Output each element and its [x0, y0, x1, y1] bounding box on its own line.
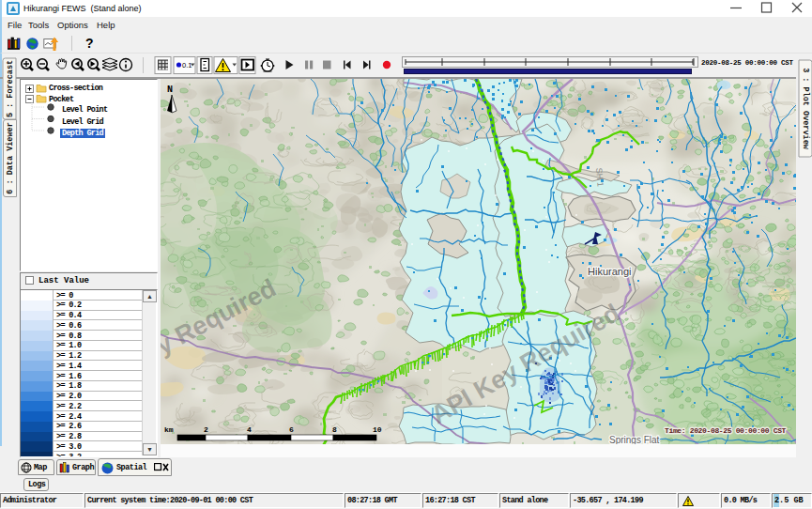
- svg-text:Time: 2020-08-25 00:00:00 CST: Time: 2020-08-25 00:00:00 CST: [665, 426, 787, 435]
- svg-text:N: N: [167, 85, 173, 95]
- svg-text:SH 1: SH 1: [594, 167, 605, 187]
- svg-text:Hikurangi: Hikurangi: [588, 266, 631, 277]
- svg-text:2: 2: [204, 425, 208, 434]
- svg-text:8: 8: [332, 425, 337, 434]
- svg-text:6: 6: [289, 425, 294, 434]
- svg-text:10: 10: [373, 425, 382, 434]
- svg-text:0.1: 0.1: [182, 61, 192, 69]
- svg-text:km: km: [164, 425, 174, 434]
- svg-text:4: 4: [247, 425, 252, 434]
